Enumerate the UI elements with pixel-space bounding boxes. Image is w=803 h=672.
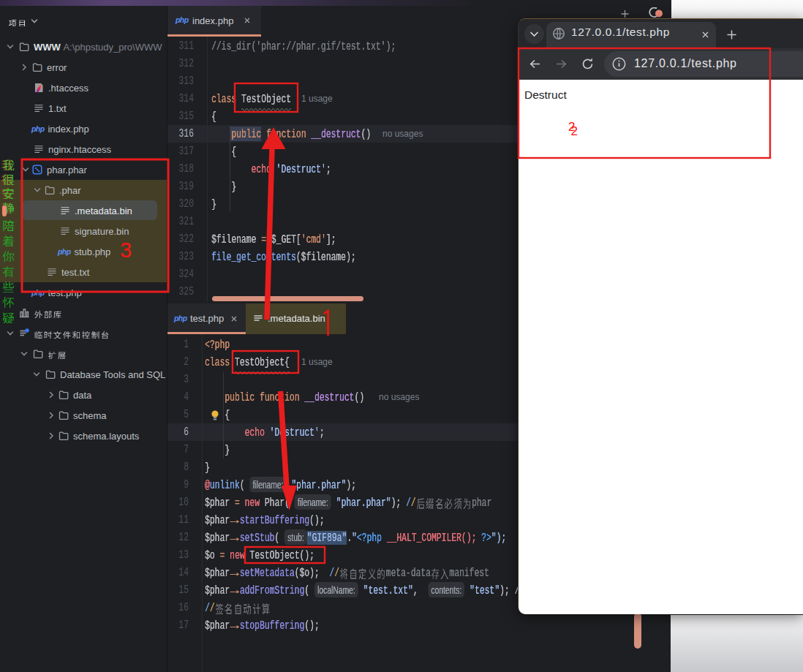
- svg-text:2: 2: [571, 124, 578, 138]
- svg-text:3: 3: [120, 238, 132, 262]
